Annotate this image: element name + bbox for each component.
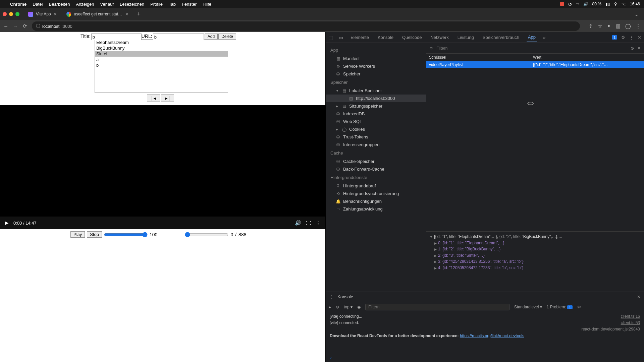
video-element[interactable]: ▶ 0:00 / 14:47 🔊 ⛶ ⋮ [0,105,325,229]
sidebar-indexeddb[interactable]: ⛁IndexedDB [326,110,426,118]
sidebar-bg-fetch[interactable]: ↧Hintergrundabruf [326,182,426,190]
video-volume-icon[interactable]: 🔊 [295,220,301,226]
console-settings-icon[interactable]: ⚙ [577,305,581,309]
sidebar-service-workers[interactable]: ⚙Service Workers [326,62,426,70]
video-menu-icon[interactable]: ⋮ [316,220,321,226]
menu-fenster[interactable]: Fenster [182,2,197,7]
video-fullscreen-icon[interactable]: ⛶ [306,220,311,226]
devtab-network[interactable]: Netzwerk [429,33,450,42]
sidebar-trust-tokens[interactable]: ⛁Trust-Tokens [326,133,426,141]
delete-all-icon[interactable]: ✕ [637,46,641,51]
menu-profile[interactable]: Profile [150,2,163,7]
site-info-icon[interactable]: ⓘ [36,23,40,29]
list-item[interactable]: Sintel [95,51,228,57]
control-center-icon[interactable]: ⌥ [621,2,626,6]
console-prompt[interactable]: › [326,355,644,362]
devtab-performance[interactable]: Leistung [456,33,475,42]
sidebar-payment[interactable]: ▭Zahlungsabwicklung [326,205,426,213]
sidebar-interest-groups[interactable]: ⛁Interessengruppen [326,141,426,148]
console-live-icon[interactable]: ◉ [357,305,361,309]
sidebar-bg-sync[interactable]: ⟲Hintergrundsynchronisierung [326,190,426,197]
sidebar-cookies[interactable]: ▶◯Cookies [326,125,426,133]
devtab-console[interactable]: Konsole [376,33,395,42]
play-button[interactable]: Play [70,231,85,238]
list-item[interactable]: ElephantsDream [95,40,228,45]
list-item[interactable]: a [95,57,228,62]
sidebar-bfcache[interactable]: ⛁Back-Forward-Cache [326,165,426,173]
wifi-icon[interactable]: ⚲ [614,2,617,6]
battery-icon[interactable]: ▮▯ [605,2,610,6]
resize-handle-icon[interactable]: ⇔ [527,98,534,109]
app-name[interactable]: Chrome [10,2,26,7]
sidebar-websql[interactable]: ⛁Web SQL [326,118,426,125]
console-context[interactable]: top ▾ [344,305,353,309]
devtab-more-icon[interactable]: » [543,35,546,40]
video-play-icon[interactable]: ▶ [5,220,9,226]
storage-row[interactable]: videoPlayerPlaylist [{"id":"1","title":"… [426,61,644,68]
profile-icon[interactable]: ◯ [625,23,631,29]
devtab-application[interactable]: App [527,33,537,42]
storage-value-preview[interactable]: ▼[{id: "1", title: "ElephantsDream",…}, … [426,231,644,292]
maximize-window-icon[interactable] [15,12,19,16]
volume-icon[interactable]: 🔊 [583,2,588,6]
console-level[interactable]: Standardlevel ▾ [514,305,542,309]
sidebar-manifest[interactable]: ▦Manifest [326,55,426,62]
address-bar[interactable]: ⓘ localhost:3000 [32,21,580,31]
list-item[interactable]: b [95,62,228,68]
playlist-listbox[interactable]: ElephantsDream BigBuckBunny Sintel a b [95,39,228,93]
col-value[interactable]: Wert [530,54,644,61]
drawer-close-icon[interactable]: ✕ [637,294,641,299]
back-button[interactable]: ← [3,23,8,29]
inspect-icon[interactable]: ⬚ [328,35,333,40]
sidebar-session-storage[interactable]: ▶▤Sitzungsspeicher [326,102,426,110]
add-button[interactable]: Add [205,34,218,40]
issues-badge[interactable]: 1 [612,35,617,40]
volume-slider[interactable] [104,232,148,237]
chrome-menu-icon[interactable]: ⋮ [636,23,641,29]
list-item[interactable]: BigBuckBunny [95,45,228,51]
bookmark-icon[interactable]: ☆ [598,23,602,29]
tab-vite-app[interactable]: Vite App ✕ [24,10,61,19]
menu-datei[interactable]: Datei [33,2,43,7]
storage-filter-input[interactable] [436,46,627,51]
prev-track-button[interactable]: |◀ [147,95,160,102]
menu-anzeigen[interactable]: Anzeigen [76,2,94,7]
console-filter-input[interactable] [365,304,509,310]
menu-verlauf[interactable]: Verlauf [100,2,114,7]
console-clear-icon[interactable]: ⊘ [336,305,339,309]
devtools-settings-icon[interactable]: ⚙ [621,35,625,40]
menu-bearbeiten[interactable]: Bearbeiten [49,2,70,7]
drawer-menu-icon[interactable]: ⋮ [329,294,333,299]
stop-button[interactable]: Stop [87,231,102,238]
menu-lesezeichen[interactable]: Lesezeichen [120,2,144,7]
new-tab-button[interactable]: + [134,9,143,19]
url-input[interactable] [153,34,204,40]
refresh-icon[interactable]: ⟳ [430,46,433,51]
docker-icon[interactable]: ◔ [568,2,572,6]
devtab-sources[interactable]: Quellcode [401,33,423,42]
col-key[interactable]: Schlüssel [426,54,530,61]
reload-button[interactable]: ⟳ [23,23,27,29]
sidebar-notifications[interactable]: 🔔Benachrichtigungen [326,197,426,205]
clock[interactable]: 16:46 [630,2,640,6]
display-icon[interactable]: ▭ [576,2,579,6]
seek-slider[interactable] [185,232,228,237]
device-toggle-icon[interactable]: ▭ [339,35,343,40]
console-log[interactable]: [vite] connecting...client.ts:16 [vite] … [326,312,644,355]
tab-close-icon[interactable]: ✕ [53,12,57,17]
tabs-overflow-icon[interactable]: ⌄ [632,11,641,17]
extensions-icon[interactable]: ✦ [607,23,611,29]
close-window-icon[interactable] [3,12,7,16]
devtools-close-icon[interactable]: ✕ [638,35,641,40]
sidebar-storage[interactable]: ⛁Speicher [326,70,426,78]
devtab-memory[interactable]: Speicherverbrauch [481,33,521,42]
recording-icon[interactable] [560,2,564,6]
clear-icon[interactable]: ⊘ [631,46,634,51]
menu-tab[interactable]: Tab [169,2,176,7]
title-input[interactable] [91,34,142,40]
menu-hilfe[interactable]: Hilfe [203,2,211,7]
sidepanel-icon[interactable]: ▥ [616,23,621,29]
devtab-elements[interactable]: Elemente [349,33,370,42]
tab-close-icon[interactable]: ✕ [125,12,129,17]
minimize-window-icon[interactable] [9,12,13,16]
